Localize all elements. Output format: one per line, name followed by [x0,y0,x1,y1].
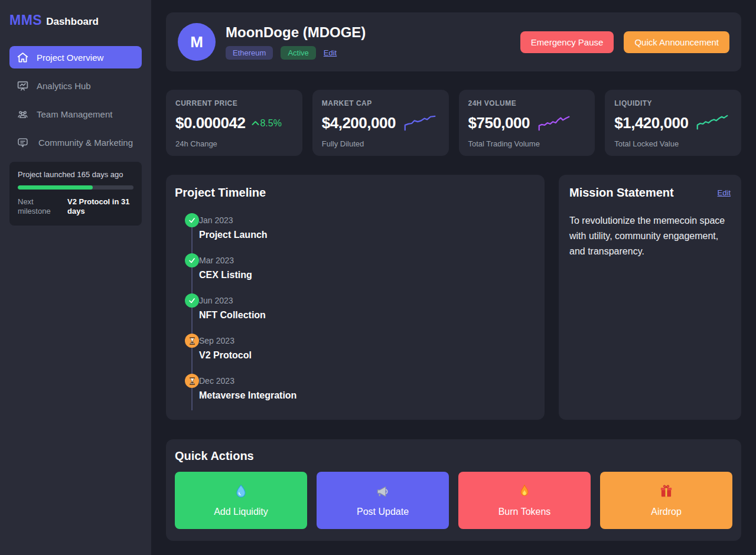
status-badge: Active [281,46,315,60]
timeline-date: Jun 2023 [199,293,536,308]
change-value: 8.5% [260,118,281,129]
team-icon [17,108,29,120]
sidebar-item-project-overview[interactable]: Project Overview [9,46,142,68]
launched-text: Project launched 165 days ago [18,170,133,179]
timeline-item: Jan 2023 Project Launch [185,213,536,253]
project-timeline-card: Project Timeline Jan 2023 Project Launch… [166,175,545,420]
price-change: 8.5% [252,118,281,129]
avatar: M [178,23,216,61]
chain-badge: Ethereum [226,46,273,60]
stat-subtext: 24h Change [175,139,293,148]
action-label: Airdrop [651,507,682,517]
stat-value: $750,000 [468,114,530,132]
stat-subtext: Total Locked Value [614,139,732,148]
edit-project-link[interactable]: Edit [324,48,337,57]
mission-title: Mission Statement [569,186,674,200]
sidebar-item-label: Team Management [37,109,135,120]
stat-value: $4,200,000 [322,114,396,132]
timeline-item: Dec 2023 Metaverse Integration [185,374,536,414]
launch-milestone-card: Project launched 165 days ago Next miles… [9,162,142,226]
home-icon [17,51,29,64]
timeline-date: Dec 2023 [199,374,536,388]
timeline-date: Mar 2023 [199,253,536,267]
sidebar-item-community-marketing[interactable]: Community & Marketing [9,131,142,154]
check-circle-icon [185,293,199,308]
timeline-milestone: V2 Protocol [199,350,536,361]
sidebar: MMS Dashboard Project Overview Analytics… [0,0,151,555]
next-milestone-value: V2 Protocol in 31 days [67,197,133,216]
stat-card-volume: 24H VOLUME $750,000 Total Trading Volume [459,90,595,156]
timeline-milestone: Metaverse Integration [199,390,536,401]
timeline-milestone: Project Launch [199,230,536,240]
stat-subtext: Fully Diluted [322,139,439,148]
emergency-pause-button[interactable]: Emergency Pause [520,31,614,53]
stat-card-current-price: CURRENT PRICE $0.000042 8.5% 24h Change [166,90,302,156]
timeline-item: Mar 2023 CEX Listing [185,253,536,293]
sidebar-item-team-management[interactable]: Team Management [9,103,142,125]
burn-tokens-button[interactable]: Burn Tokens [458,472,591,529]
stat-card-liquidity: LIQUIDITY $1,420,000 Total Locked Value [605,90,741,156]
header-actions: Emergency Pause Quick Announcement [520,31,729,53]
badge-row: Ethereum Active Edit [226,46,510,60]
stats-row: CURRENT PRICE $0.000042 8.5% 24h Change … [166,90,741,156]
stat-card-market-cap: MARKET CAP $4,200,000 Fully Diluted [312,90,449,156]
marketcap-sparkline [402,115,439,132]
sidebar-nav: Project Overview Analytics Hub Team Mana… [0,39,151,154]
timeline-milestone: CEX Listing [199,270,536,280]
sidebar-item-label: Project Overview [37,52,135,63]
community-icon [17,136,29,149]
add-liquidity-button[interactable]: Add Liquidity [175,472,307,529]
app-logo: MMS Dashboard [0,0,151,39]
analytics-icon [17,80,29,92]
stat-label: CURRENT PRICE [175,99,293,107]
post-update-button[interactable]: Post Update [317,472,449,529]
mission-statement-card: Mission Statement Edit To revolutionize … [559,175,741,420]
stat-value: $1,420,000 [614,114,688,132]
timeline-list: Jan 2023 Project Launch Mar 2023 CEX Lis… [185,213,536,414]
megaphone-icon [375,484,390,499]
liquidity-sparkline [695,115,731,132]
app-title: Dashboard [46,16,99,28]
timeline-milestone: NFT Collection [199,310,536,321]
sidebar-item-label: Analytics Hub [37,80,135,92]
quick-announcement-button[interactable]: Quick Announcement [624,31,729,53]
chevron-up-icon [252,120,259,126]
brand-mark: MMS [9,12,42,28]
timeline-item: Sep 2023 V2 Protocol [185,334,536,374]
quick-actions-row: Add Liquidity Post Update Burn Tokens [175,472,732,529]
action-label: Burn Tokens [498,507,551,517]
quick-actions-title: Quick Actions [175,449,732,463]
stat-value: $0.000042 [175,114,245,132]
milestone-progress-fill [18,185,93,190]
quick-actions-card: Quick Actions Add Liquidity Post Update [166,439,741,541]
project-header-card: M MoonDoge (MDOGE) Ethereum Active Edit … [166,12,741,71]
mission-body: To revolutionize the memecoin space with… [569,213,731,259]
page-title: MoonDoge (MDOGE) [226,24,510,41]
edit-mission-link[interactable]: Edit [718,188,731,197]
next-milestone-label: Next milestone [18,197,60,216]
gift-icon [659,484,674,499]
milestone-progress-track [18,185,133,190]
fire-icon [517,484,532,499]
airdrop-button[interactable]: Airdrop [600,472,732,529]
droplet-icon [233,484,249,499]
next-milestone-row: Next milestone V2 Protocol in 31 days [18,197,133,216]
check-circle-icon [185,213,199,227]
timeline-item: Jun 2023 NFT Collection [185,293,536,334]
project-info: MoonDoge (MDOGE) Ethereum Active Edit [226,24,510,60]
main-content: M MoonDoge (MDOGE) Ethereum Active Edit … [151,0,756,555]
volume-sparkline [536,115,573,132]
action-label: Post Update [357,507,409,517]
stat-subtext: Total Trading Volume [468,139,586,148]
action-label: Add Liquidity [214,507,268,517]
timeline-date: Sep 2023 [199,334,536,348]
middle-row: Project Timeline Jan 2023 Project Launch… [166,175,741,420]
timeline-date: Jan 2023 [199,213,536,227]
check-circle-icon [185,253,199,267]
hourglass-icon [185,374,199,388]
sidebar-item-analytics-hub[interactable]: Analytics Hub [9,74,142,97]
stat-label: LIQUIDITY [614,99,732,107]
timeline-title: Project Timeline [175,186,536,200]
sidebar-item-label: Community & Marketing [37,137,135,148]
hourglass-icon [185,334,199,348]
